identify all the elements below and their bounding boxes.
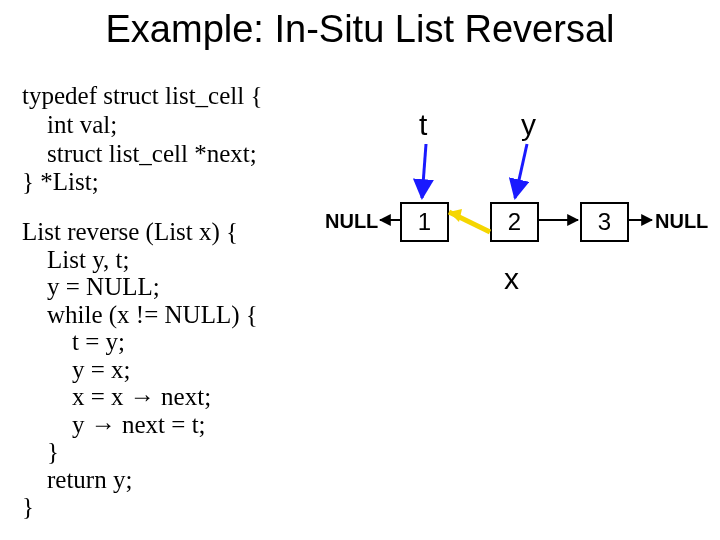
null-right: NULL [655, 210, 708, 233]
list-node-3: 3 [580, 202, 629, 242]
list-node-2: 2 [490, 202, 539, 242]
pointer-label-t: t [419, 108, 427, 142]
svg-line-0 [422, 144, 426, 198]
pointer-label-y: y [521, 108, 536, 142]
svg-line-1 [515, 144, 527, 198]
null-left: NULL [325, 210, 378, 233]
svg-marker-4 [449, 209, 462, 222]
code-typedef: typedef struct list_cell { int val; stru… [22, 82, 262, 197]
svg-line-3 [449, 212, 490, 232]
pointer-label-x: x [504, 262, 519, 296]
code-reverse: List reverse (List x) { List y, t; y = N… [22, 218, 258, 521]
slide-title: Example: In-Situ List Reversal [0, 8, 720, 51]
list-node-1: 1 [400, 202, 449, 242]
